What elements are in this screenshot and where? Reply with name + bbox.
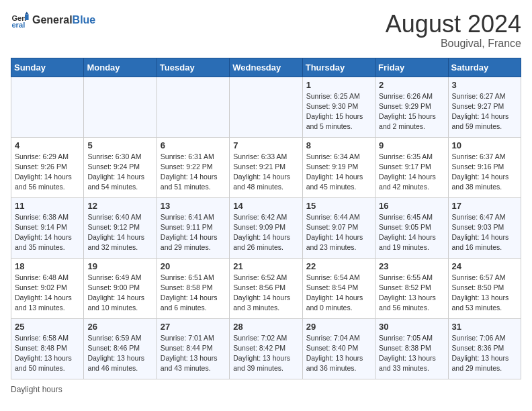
calendar-cell <box>84 77 157 137</box>
day-info: Sunrise: 6:52 AM Sunset: 8:56 PM Dayligh… <box>233 273 298 314</box>
calendar-cell: 21Sunrise: 6:52 AM Sunset: 8:56 PM Dayli… <box>230 258 302 318</box>
day-number: 6 <box>161 140 226 150</box>
calendar-cell <box>230 77 302 137</box>
day-info: Sunrise: 6:25 AM Sunset: 9:30 PM Dayligh… <box>306 91 371 132</box>
day-number: 23 <box>379 261 444 271</box>
calendar-cell: 8Sunrise: 6:34 AM Sunset: 9:19 PM Daylig… <box>302 137 375 197</box>
calendar-cell: 12Sunrise: 6:40 AM Sunset: 9:12 PM Dayli… <box>84 197 157 258</box>
day-number: 3 <box>452 80 517 90</box>
day-number: 10 <box>452 140 517 150</box>
header-thursday: Thursday <box>302 58 375 77</box>
day-number: 8 <box>306 140 371 150</box>
day-info: Sunrise: 6:30 AM Sunset: 9:24 PM Dayligh… <box>87 152 152 193</box>
day-info: Sunrise: 6:29 AM Sunset: 9:26 PM Dayligh… <box>15 152 80 193</box>
calendar-cell <box>11 77 84 137</box>
daylight-label: Daylight hours <box>11 385 62 394</box>
day-info: Sunrise: 6:49 AM Sunset: 9:00 PM Dayligh… <box>87 273 152 314</box>
svg-marker-2 <box>25 15 29 20</box>
calendar-cell: 3Sunrise: 6:27 AM Sunset: 9:27 PM Daylig… <box>448 77 521 137</box>
calendar-cell: 26Sunrise: 6:59 AM Sunset: 8:46 PM Dayli… <box>84 318 157 379</box>
calendar-cell: 29Sunrise: 7:04 AM Sunset: 8:40 PM Dayli… <box>302 318 375 379</box>
day-info: Sunrise: 6:34 AM Sunset: 9:19 PM Dayligh… <box>306 152 371 193</box>
header-tuesday: Tuesday <box>157 58 229 77</box>
day-number: 22 <box>306 261 371 271</box>
title-area: August 2024 Bougival, France <box>386 11 521 50</box>
day-info: Sunrise: 6:45 AM Sunset: 9:05 PM Dayligh… <box>379 212 444 253</box>
day-number: 25 <box>15 322 80 332</box>
calendar-cell: 27Sunrise: 7:01 AM Sunset: 8:44 PM Dayli… <box>157 318 229 379</box>
day-number: 26 <box>87 322 152 332</box>
day-info: Sunrise: 6:26 AM Sunset: 9:29 PM Dayligh… <box>379 91 444 132</box>
footer-note: Daylight hours <box>11 385 521 394</box>
calendar-cell: 16Sunrise: 6:45 AM Sunset: 9:05 PM Dayli… <box>375 197 448 258</box>
calendar-table: Sunday Monday Tuesday Wednesday Thursday… <box>11 58 521 379</box>
day-number: 15 <box>306 201 371 211</box>
main-title: August 2024 <box>386 11 521 38</box>
logo-text: GeneralBlue <box>32 15 95 26</box>
calendar-body: 1Sunrise: 6:25 AM Sunset: 9:30 PM Daylig… <box>11 77 521 379</box>
day-info: Sunrise: 6:59 AM Sunset: 8:46 PM Dayligh… <box>87 333 152 374</box>
day-number: 11 <box>15 201 80 211</box>
calendar-cell: 1Sunrise: 6:25 AM Sunset: 9:30 PM Daylig… <box>302 77 375 137</box>
day-number: 4 <box>15 140 80 150</box>
day-number: 31 <box>452 322 517 332</box>
calendar-cell: 24Sunrise: 6:57 AM Sunset: 8:50 PM Dayli… <box>448 258 521 318</box>
day-info: Sunrise: 6:44 AM Sunset: 9:07 PM Dayligh… <box>306 212 371 253</box>
day-number: 28 <box>233 322 298 332</box>
day-info: Sunrise: 7:05 AM Sunset: 8:38 PM Dayligh… <box>379 333 444 374</box>
calendar-header: Sunday Monday Tuesday Wednesday Thursday… <box>11 58 521 77</box>
calendar-cell: 4Sunrise: 6:29 AM Sunset: 9:26 PM Daylig… <box>11 137 84 197</box>
day-info: Sunrise: 7:01 AM Sunset: 8:44 PM Dayligh… <box>161 333 226 374</box>
calendar-cell: 19Sunrise: 6:49 AM Sunset: 9:00 PM Dayli… <box>84 258 157 318</box>
day-number: 5 <box>87 140 152 150</box>
day-info: Sunrise: 6:35 AM Sunset: 9:17 PM Dayligh… <box>379 152 444 193</box>
day-info: Sunrise: 7:06 AM Sunset: 8:36 PM Dayligh… <box>452 333 517 374</box>
day-number: 24 <box>452 261 517 271</box>
calendar-cell: 5Sunrise: 6:30 AM Sunset: 9:24 PM Daylig… <box>84 137 157 197</box>
day-number: 14 <box>233 201 298 211</box>
day-info: Sunrise: 6:54 AM Sunset: 8:54 PM Dayligh… <box>306 273 371 314</box>
calendar-cell: 2Sunrise: 6:26 AM Sunset: 9:29 PM Daylig… <box>375 77 448 137</box>
day-number: 12 <box>87 201 152 211</box>
day-number: 1 <box>306 80 371 90</box>
day-info: Sunrise: 6:47 AM Sunset: 9:03 PM Dayligh… <box>452 212 517 253</box>
calendar-cell: 20Sunrise: 6:51 AM Sunset: 8:58 PM Dayli… <box>157 258 229 318</box>
day-info: Sunrise: 6:40 AM Sunset: 9:12 PM Dayligh… <box>87 212 152 253</box>
day-info: Sunrise: 7:04 AM Sunset: 8:40 PM Dayligh… <box>306 333 371 374</box>
day-info: Sunrise: 6:27 AM Sunset: 9:27 PM Dayligh… <box>452 91 517 132</box>
header-sunday: Sunday <box>11 58 84 77</box>
calendar-cell: 23Sunrise: 6:55 AM Sunset: 8:52 PM Dayli… <box>375 258 448 318</box>
calendar-cell: 11Sunrise: 6:38 AM Sunset: 9:14 PM Dayli… <box>11 197 84 258</box>
day-info: Sunrise: 6:55 AM Sunset: 8:52 PM Dayligh… <box>379 273 444 314</box>
day-info: Sunrise: 7:02 AM Sunset: 8:42 PM Dayligh… <box>233 333 298 374</box>
logo-icon: Gen eral <box>11 11 30 30</box>
svg-marker-3 <box>25 11 29 14</box>
day-number: 27 <box>161 322 226 332</box>
day-number: 7 <box>233 140 298 150</box>
day-number: 21 <box>233 261 298 271</box>
day-number: 18 <box>15 261 80 271</box>
calendar-cell: 18Sunrise: 6:48 AM Sunset: 9:02 PM Dayli… <box>11 258 84 318</box>
day-info: Sunrise: 6:42 AM Sunset: 9:09 PM Dayligh… <box>233 212 298 253</box>
day-info: Sunrise: 6:33 AM Sunset: 9:21 PM Dayligh… <box>233 152 298 193</box>
header-saturday: Saturday <box>448 58 521 77</box>
day-number: 9 <box>379 140 444 150</box>
header-wednesday: Wednesday <box>230 58 302 77</box>
calendar-cell: 30Sunrise: 7:05 AM Sunset: 8:38 PM Dayli… <box>375 318 448 379</box>
calendar-cell: 31Sunrise: 7:06 AM Sunset: 8:36 PM Dayli… <box>448 318 521 379</box>
calendar-cell: 15Sunrise: 6:44 AM Sunset: 9:07 PM Dayli… <box>302 197 375 258</box>
day-number: 19 <box>87 261 152 271</box>
header-monday: Monday <box>84 58 157 77</box>
subtitle: Bougival, France <box>386 38 521 50</box>
day-number: 16 <box>379 201 444 211</box>
day-number: 17 <box>452 201 517 211</box>
day-number: 29 <box>306 322 371 332</box>
logo: Gen eral GeneralBlue <box>11 11 95 30</box>
header: Gen eral GeneralBlue August 2024 Bougiva… <box>11 11 521 50</box>
day-info: Sunrise: 6:31 AM Sunset: 9:22 PM Dayligh… <box>161 152 226 193</box>
day-info: Sunrise: 6:38 AM Sunset: 9:14 PM Dayligh… <box>15 212 80 253</box>
day-number: 2 <box>379 80 444 90</box>
day-info: Sunrise: 6:48 AM Sunset: 9:02 PM Dayligh… <box>15 273 80 314</box>
day-info: Sunrise: 6:37 AM Sunset: 9:16 PM Dayligh… <box>452 152 517 193</box>
calendar-cell: 17Sunrise: 6:47 AM Sunset: 9:03 PM Dayli… <box>448 197 521 258</box>
